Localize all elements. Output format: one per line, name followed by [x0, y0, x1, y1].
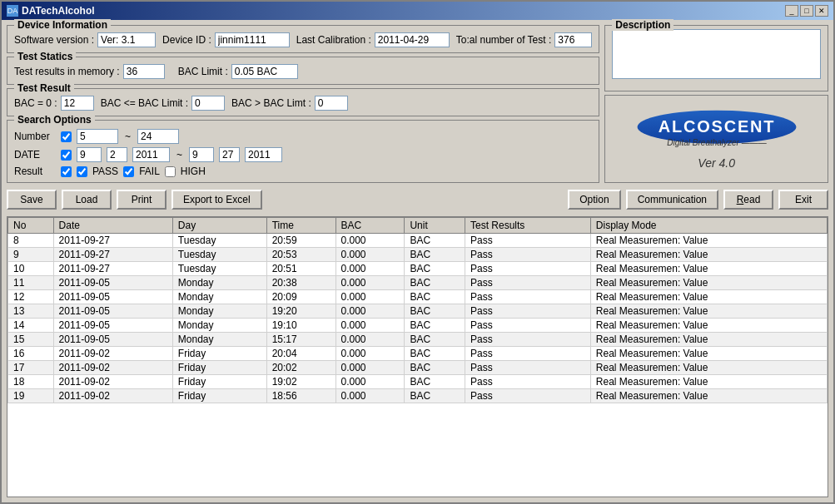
col-display-mode: Display Mode [590, 218, 827, 234]
exit-button[interactable]: Exit [778, 190, 828, 210]
table-row[interactable]: 92011-09-27Tuesday20:530.000BACPassReal … [8, 248, 828, 262]
number-tilde: ~ [125, 131, 131, 142]
cell-no: 16 [8, 347, 54, 361]
cell-display: Real Measuremen: Value [590, 361, 827, 375]
bac-lte-input[interactable] [191, 96, 225, 111]
number-checkbox[interactable] [61, 131, 72, 142]
cell-no: 10 [8, 262, 54, 276]
date-to-day[interactable] [219, 147, 240, 162]
minimize-button[interactable]: _ [785, 5, 798, 17]
bac-limit-input[interactable] [231, 64, 298, 79]
cell-unit: BAC [405, 319, 465, 333]
cell-no: 8 [8, 234, 54, 248]
cell-result: Pass [465, 347, 590, 361]
export-button[interactable]: Export to Excel [171, 190, 262, 210]
cell-day: Friday [172, 375, 266, 389]
option-button[interactable]: Option [568, 190, 620, 210]
table-row[interactable]: 152011-09-05Monday15:170.000BACPassReal … [8, 333, 828, 347]
date-row: DATE ~ [14, 147, 592, 162]
bac-limit-label: BAC Limit : [178, 66, 228, 77]
cell-date: 2011-09-02 [53, 347, 172, 361]
data-table: No Date Day Time BAC Unit Test Results D… [7, 217, 828, 403]
col-unit: Unit [405, 218, 465, 234]
date-to-year[interactable] [245, 147, 282, 162]
bac-gt-label: BAC > BAC Limt : [231, 97, 311, 109]
table-row[interactable]: 142011-09-05Monday19:100.000BACPassReal … [8, 319, 828, 333]
save-button[interactable]: Save [7, 190, 57, 210]
number-from-input[interactable] [77, 129, 118, 144]
date-from-day[interactable] [107, 147, 127, 162]
memory-input[interactable] [123, 64, 165, 79]
last-calibration-label: Last Calibration : [296, 34, 371, 46]
table-row[interactable]: 132011-09-05Monday19:200.000BACPassReal … [8, 304, 828, 319]
software-version-input[interactable] [97, 32, 156, 47]
left-column: Device Information Software version : De… [7, 25, 599, 183]
device-id-input[interactable] [215, 32, 290, 47]
high-checkbox[interactable] [165, 166, 176, 177]
date-from-year[interactable] [132, 147, 170, 162]
date-to-month[interactable] [189, 147, 214, 162]
test-statics-title: Test Statics [14, 51, 76, 62]
table-row[interactable]: 102011-09-27Tuesday20:510.000BACPassReal… [8, 262, 828, 276]
table-body: 82011-09-27Tuesday20:590.000BACPassReal … [8, 234, 828, 403]
search-options-content: Number ~ DATE [14, 124, 592, 177]
cell-unit: BAC [405, 262, 465, 276]
pass-checkbox[interactable] [77, 166, 87, 177]
number-to-input[interactable] [137, 129, 179, 144]
cell-no: 9 [8, 248, 54, 262]
memory-item: Test results in memory : [14, 64, 165, 79]
device-info-group: Device Information Software version : De… [7, 25, 599, 53]
cell-result: Pass [465, 248, 590, 262]
cell-time: 19:02 [266, 375, 335, 389]
print-button[interactable]: Print [117, 190, 167, 210]
cell-time: 20:09 [266, 290, 335, 304]
test-statics-group: Test Statics Test results in memory : BA… [7, 57, 599, 85]
cell-result: Pass [465, 361, 590, 375]
bac-lte-item: BAC <= BAC Limit : [101, 96, 225, 111]
cell-day: Friday [172, 347, 266, 361]
read-button[interactable]: Read [723, 190, 773, 210]
cell-time: 20:53 [266, 248, 335, 262]
table-row[interactable]: 172011-09-02Friday20:020.000BACPassReal … [8, 361, 828, 375]
button-row: Save Load Print Export to Excel Option C… [7, 186, 828, 213]
fail-checkbox[interactable] [123, 166, 134, 177]
date-checkbox[interactable] [61, 150, 72, 161]
load-button[interactable]: Load [62, 190, 112, 210]
col-no: No [8, 218, 54, 234]
last-calibration-input[interactable] [375, 32, 450, 47]
bac-gt-input[interactable] [315, 96, 348, 111]
number-row: Number ~ [14, 129, 592, 144]
table-row[interactable]: 122011-09-05Monday20:090.000BACPassReal … [8, 290, 828, 304]
high-label: HIGH [181, 166, 206, 177]
table-row[interactable]: 82011-09-27Tuesday20:590.000BACPassReal … [8, 234, 828, 248]
cell-display: Real Measuremen: Value [590, 276, 827, 290]
total-tests-item: To:al number of Test : [456, 32, 593, 47]
cell-bac: 0.000 [335, 290, 405, 304]
maximize-button[interactable]: □ [800, 5, 813, 17]
main-content: Device Information Software version : De… [2, 20, 833, 502]
data-table-container[interactable]: No Date Day Time BAC Unit Test Results D… [7, 216, 828, 497]
cell-date: 2011-09-02 [53, 361, 172, 375]
table-row[interactable]: 162011-09-02Friday20:040.000BACPassReal … [8, 347, 828, 361]
cell-unit: BAC [405, 290, 465, 304]
result-checkbox[interactable] [61, 166, 72, 177]
total-tests-input[interactable] [554, 32, 592, 47]
table-row[interactable]: 192011-09-02Friday18:560.000BACPassReal … [8, 389, 828, 403]
device-info-row: Software version : Device ID : Last Cali… [14, 29, 592, 47]
cell-bac: 0.000 [335, 361, 405, 375]
cell-day: Tuesday [172, 262, 266, 276]
test-result-title: Test Result [14, 82, 74, 94]
date-label: DATE [14, 149, 56, 161]
close-button[interactable]: ✕ [815, 5, 828, 17]
cell-date: 2011-09-05 [53, 276, 172, 290]
cell-unit: BAC [405, 375, 465, 389]
col-day: Day [172, 218, 266, 234]
communication-button[interactable]: Communication [626, 190, 718, 210]
bac-zero-input[interactable] [61, 96, 94, 111]
description-textarea[interactable] [612, 29, 821, 79]
cell-date: 2011-09-02 [53, 375, 172, 389]
table-row[interactable]: 112011-09-05Monday20:380.000BACPassReal … [8, 276, 828, 290]
table-row[interactable]: 182011-09-02Friday19:020.000BACPassReal … [8, 375, 828, 389]
date-from-month[interactable] [77, 147, 102, 162]
cell-display: Real Measuremen: Value [590, 375, 827, 389]
